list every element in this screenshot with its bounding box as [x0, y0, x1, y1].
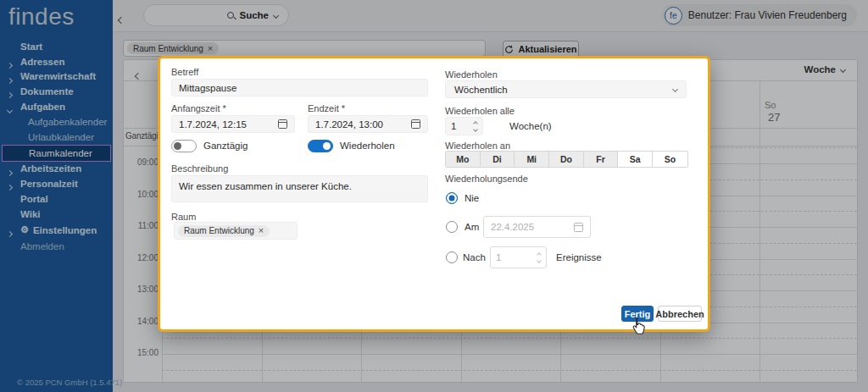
weekday-di[interactable]: Di [481, 152, 515, 167]
ende-nie-label: Nie [465, 193, 479, 203]
ende-nach-unit: Ereignisse [556, 252, 602, 262]
ende-am-label: Am [465, 222, 479, 232]
chevron-down-icon [672, 86, 678, 92]
weekday-so[interactable]: So [653, 152, 687, 167]
raum-chip[interactable]: Raum Entwicklung [178, 225, 270, 237]
ende-nach-stepper[interactable]: 1 [490, 246, 547, 268]
wiederholen-toggle-label: Wiederholen [340, 141, 395, 151]
stepper-arrows [537, 253, 541, 262]
weekday-mo[interactable]: Mo [446, 152, 481, 167]
beschreibung-label: Beschreibung [171, 163, 228, 174]
anfangszeit-input[interactable]: 1.7.2024, 12:15 [171, 115, 295, 133]
endzeit-value: 1.7.2024, 13:00 [315, 119, 383, 130]
ende-am-radio[interactable] [446, 221, 458, 233]
wiederholungsende-label: Wiederholungsende [445, 174, 528, 184]
wiederholen-an-label: Wiederholen an [445, 141, 510, 151]
weekday-mi[interactable]: Mi [515, 152, 549, 167]
wiederholen-toggle[interactable] [308, 140, 333, 152]
wiederholen-alle-label: Wiederholen alle [445, 106, 515, 116]
endzeit-input[interactable]: 1.7.2024, 13:00 [308, 115, 428, 133]
weekday-fr[interactable]: Fr [584, 152, 619, 167]
wiederholen-value: Wöchentlich [454, 85, 508, 95]
anfangszeit-label: Anfangszeit * [171, 103, 226, 113]
ende-am-date-value: 22.4.2025 [491, 222, 534, 232]
ganztaegig-toggle[interactable] [171, 140, 197, 152]
abbrechen-button[interactable]: Abbrechen [658, 306, 702, 322]
interval-value: 1 [451, 121, 456, 131]
raum-input[interactable]: Raum Entwicklung [174, 222, 298, 240]
ende-am-date-input[interactable]: 22.4.2025 [483, 216, 591, 238]
betreff-label: Betreff [171, 67, 198, 77]
stepper-arrows[interactable] [474, 122, 477, 131]
chevron-up-icon [473, 121, 478, 126]
weekday-do[interactable]: Do [549, 152, 584, 167]
ende-nach-radio[interactable] [446, 251, 458, 263]
weekday-sa[interactable]: Sa [618, 152, 653, 167]
chip-label: Raum Entwicklung [184, 226, 254, 235]
ganztaegig-label: Ganztägig [203, 141, 248, 151]
wiederholen-label: Wiederholen [445, 69, 498, 80]
beschreibung-value: Wir essen zusammen in unserer Küche. [179, 181, 352, 191]
ende-nach-label: Nach [463, 252, 486, 262]
raum-label: Raum [171, 212, 196, 222]
calendar-icon [574, 223, 583, 232]
wiederholen-select[interactable]: Wöchentlich [445, 80, 687, 98]
interval-stepper[interactable]: 1 [445, 117, 483, 135]
close-icon[interactable] [259, 226, 264, 235]
chevron-down-icon [537, 258, 542, 263]
chevron-down-icon [473, 127, 478, 132]
beschreibung-textarea[interactable]: Wir essen zusammen in unserer Küche. [171, 175, 428, 202]
betreff-value: Mittagspause [179, 83, 236, 93]
interval-unit: Woche(n) [509, 121, 552, 131]
calendar-icon[interactable] [411, 119, 420, 129]
ende-nach-value: 1 [496, 252, 501, 262]
toggle-knob [174, 142, 181, 150]
appointment-dialog: Betreff Mittagspause Anfangszeit * 1.7.2… [158, 56, 710, 332]
ende-nie-radio[interactable] [446, 192, 458, 204]
toggle-knob [323, 142, 331, 150]
weekday-selector: Mo Di Mi Do Fr Sa So [445, 151, 688, 168]
anfangszeit-value: 1.7.2024, 12:15 [179, 119, 247, 130]
endzeit-label: Endzeit * [308, 103, 345, 113]
hand-cursor [631, 317, 647, 336]
betreff-input[interactable]: Mittagspause [171, 79, 428, 97]
calendar-icon[interactable] [278, 119, 287, 129]
chevron-up-icon [537, 252, 542, 257]
